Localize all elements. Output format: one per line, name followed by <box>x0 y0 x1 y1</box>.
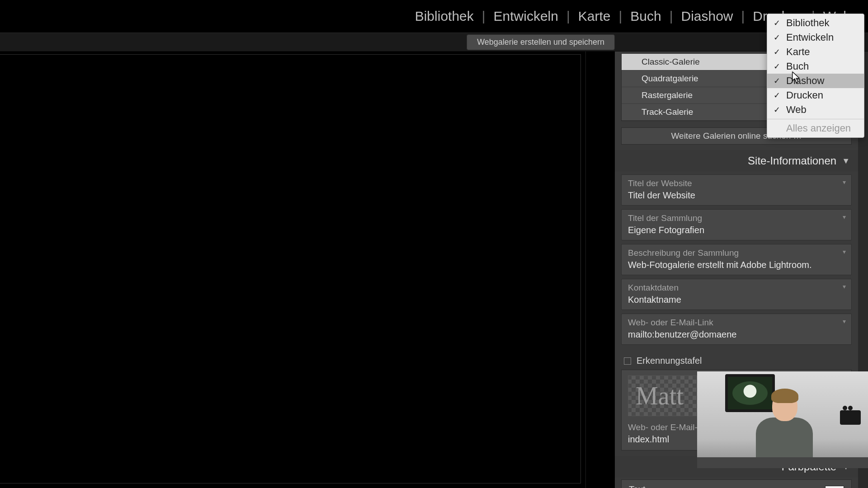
check-icon: ✓ <box>774 76 782 86</box>
dropdown-icon[interactable]: ▾ <box>843 318 846 325</box>
create-save-gallery-button[interactable]: Webgalerie erstellen und speichern <box>467 34 615 50</box>
nav-separator: | <box>482 9 486 24</box>
field-value[interactable]: Titel der Website <box>628 190 845 201</box>
preview-canvas[interactable] <box>0 54 581 483</box>
color-label: Text <box>629 484 646 488</box>
section-title: Site-Informationen <box>748 155 836 167</box>
menu-item-label: Entwickeln <box>786 32 834 43</box>
nav-separator: | <box>670 9 673 24</box>
menu-item-label: Karte <box>786 46 810 58</box>
menu-item-label: Web <box>786 104 807 116</box>
menu-item-diashow[interactable]: ✓ Diashow <box>767 74 864 88</box>
menu-item-label: Bibliothek <box>786 17 829 29</box>
module-nav: Bibliothek| Entwickeln| Karte| Buch| Dia… <box>0 0 868 33</box>
nav-entwickeln[interactable]: Entwickeln <box>486 9 566 24</box>
menu-item-drucken[interactable]: ✓ Drucken <box>767 88 864 103</box>
field-value[interactable]: Web-Fotogalerie erstellt mit Adobe Light… <box>628 260 845 270</box>
chevron-down-icon: ▼ <box>842 156 850 166</box>
field-label: Titel der Website <box>628 178 845 188</box>
nav-separator: | <box>566 9 570 24</box>
menu-item-karte[interactable]: ✓ Karte <box>767 45 864 59</box>
field-collection-description[interactable]: Beschreibung der Sammlung Web-Fotogaleri… <box>621 244 852 275</box>
field-label: Titel der Sammlung <box>628 213 845 223</box>
webcam-overlay <box>697 371 868 468</box>
nav-karte[interactable]: Karte <box>570 9 619 24</box>
menu-item-label: Buch <box>786 61 809 72</box>
field-collection-title[interactable]: Titel der Sammlung Eigene Fotografien ▾ <box>621 209 852 240</box>
nav-separator: | <box>618 9 622 24</box>
section-header-site-info[interactable]: Site-Informationen ▼ <box>615 150 858 172</box>
field-label: Kontaktdaten <box>628 283 845 293</box>
menu-item-label: Drucken <box>786 89 823 101</box>
check-icon: ✓ <box>774 90 782 100</box>
dropdown-icon[interactable]: ▾ <box>843 178 846 186</box>
field-web-email-link[interactable]: Web- oder E-Mail-Link mailto:benutzer@do… <box>621 314 852 345</box>
nav-bibliothek[interactable]: Bibliothek <box>407 9 482 24</box>
webcam-desk <box>697 457 868 468</box>
webcam-person <box>752 388 815 468</box>
dropdown-icon[interactable]: ▾ <box>843 213 846 221</box>
menu-item-label: Alles anzeigen <box>786 122 851 134</box>
menu-item-entwickeln[interactable]: ✓ Entwickeln <box>767 30 864 45</box>
menu-item-show-all[interactable]: Alles anzeigen <box>767 121 864 136</box>
field-label: Beschreibung der Sammlung <box>628 248 845 258</box>
action-bar: Webgalerie erstellen und speichern <box>0 33 868 52</box>
color-swatch-text[interactable] <box>825 486 844 488</box>
menu-item-web[interactable]: ✓ Web <box>767 103 864 117</box>
dropdown-icon[interactable]: ▾ <box>843 283 846 290</box>
identity-plate-row: Erkennungstafel <box>624 356 852 366</box>
nav-diashow[interactable]: Diashow <box>673 9 741 24</box>
check-icon: ✓ <box>774 105 782 115</box>
check-icon: ✓ <box>774 61 782 71</box>
check-icon: ✓ <box>774 33 782 42</box>
site-info-fields: Titel der Website Titel der Website ▾ Ti… <box>621 172 852 351</box>
color-row-text: Text <box>621 479 852 488</box>
dropdown-icon[interactable]: ▾ <box>843 248 846 255</box>
field-website-title[interactable]: Titel der Website Titel der Website ▾ <box>621 174 852 206</box>
field-value[interactable]: Eigene Fotografien <box>628 225 845 235</box>
identity-plate-label: Erkennungstafel <box>637 356 702 366</box>
menu-separator <box>767 119 864 119</box>
nav-separator: | <box>741 9 745 24</box>
menu-item-buch[interactable]: ✓ Buch <box>767 59 864 74</box>
webcam-camera-icon <box>840 410 861 425</box>
nav-buch[interactable]: Buch <box>622 9 669 24</box>
identity-plate-preview[interactable]: Matt <box>628 375 700 416</box>
field-value[interactable]: Kontaktname <box>628 295 845 305</box>
field-label: Web- oder E-Mail-Link <box>628 318 845 328</box>
check-icon: ✓ <box>774 47 782 57</box>
check-icon: ✓ <box>774 18 782 28</box>
module-visibility-menu: ✓ Bibliothek ✓ Entwickeln ✓ Karte ✓ Buch… <box>767 14 864 138</box>
menu-item-label: Diashow <box>786 75 824 87</box>
menu-item-bibliothek[interactable]: ✓ Bibliothek <box>767 16 864 30</box>
field-contact-info[interactable]: Kontaktdaten Kontaktname ▾ <box>621 279 852 310</box>
preview-area <box>0 52 586 488</box>
identity-plate-text: Matt <box>636 381 684 410</box>
identity-plate-checkbox[interactable] <box>624 357 631 365</box>
field-value[interactable]: mailto:benutzer@domaene <box>628 329 845 340</box>
